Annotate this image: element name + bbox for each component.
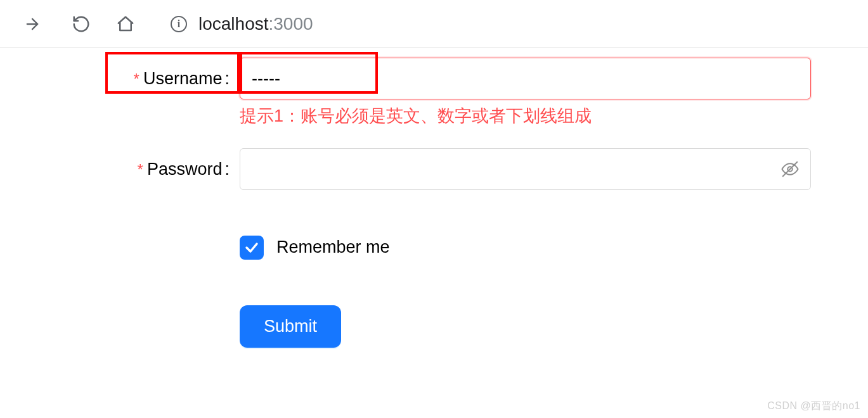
- remember-label: Remember me: [276, 238, 390, 257]
- remember-checkbox-wrap[interactable]: Remember me: [240, 236, 811, 260]
- url-host: localhost: [198, 14, 269, 34]
- submit-button[interactable]: Submit: [240, 305, 341, 348]
- info-icon[interactable]: i: [171, 16, 187, 32]
- username-input-cell: 提示1：账号必须是英文、数字或者下划线组成: [240, 58, 868, 129]
- password-row: *Password: [0, 148, 868, 190]
- forward-icon[interactable]: [22, 14, 42, 34]
- watermark-text: CSDN @西晋的no1: [767, 400, 860, 413]
- browser-toolbar: i localhost:3000: [0, 0, 868, 48]
- eye-off-icon[interactable]: [781, 160, 800, 179]
- password-input-cell: [240, 148, 868, 190]
- required-star-icon: *: [134, 70, 139, 87]
- remember-row: Remember me: [0, 236, 868, 260]
- url-port: :3000: [269, 14, 313, 34]
- password-input[interactable]: [240, 148, 811, 190]
- submit-row: Submit: [0, 305, 868, 348]
- password-label: Password: [147, 160, 230, 179]
- username-error-message: 提示1：账号必须是英文、数字或者下划线组成: [240, 103, 811, 129]
- username-label: Username: [143, 69, 230, 88]
- password-label-cell: *Password: [0, 148, 240, 179]
- username-label-cell: *Username: [0, 58, 240, 89]
- remember-checkbox[interactable]: [240, 236, 264, 260]
- required-star-icon: *: [138, 161, 143, 178]
- address-bar[interactable]: i localhost:3000: [171, 14, 313, 34]
- login-form: *Username 提示1：账号必须是英文、数字或者下划线组成 *Passwor…: [0, 48, 868, 348]
- username-row: *Username 提示1：账号必须是英文、数字或者下划线组成: [0, 58, 868, 129]
- url-text: localhost:3000: [198, 14, 313, 34]
- home-icon[interactable]: [115, 14, 136, 34]
- username-input[interactable]: [240, 58, 811, 99]
- reload-icon[interactable]: [71, 14, 91, 34]
